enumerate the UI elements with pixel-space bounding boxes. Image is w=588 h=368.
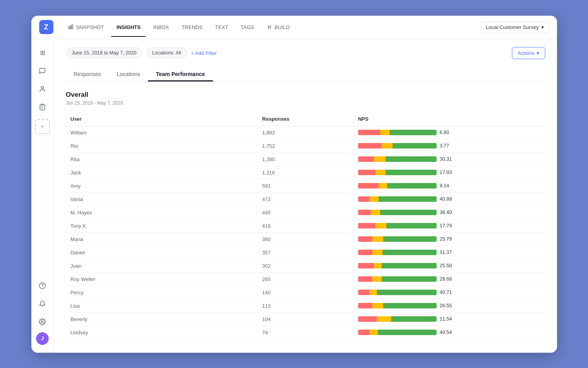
cell-nps: 6.60	[353, 126, 545, 139]
cell-responses: 1,752	[257, 139, 353, 152]
table-row: Roy Welter26528.68	[66, 272, 545, 286]
table-row: Maria38025.79	[66, 232, 545, 246]
team-performance-table: User Responses NPS William1,8926.60Rio1,…	[66, 112, 545, 339]
svg-rect-2	[72, 25, 73, 29]
main-nav: SNAPSHOTINSIGHTSINBOXTRENDSTEXTTAGSBUILD	[63, 21, 481, 33]
cell-nps: 25.79	[353, 232, 545, 246]
nps-value: 25.79	[440, 236, 454, 242]
nps-value: 26.55	[440, 303, 454, 308]
logo-icon[interactable]: Z	[39, 20, 53, 34]
tab-team-performance[interactable]: Team Performance	[148, 67, 213, 81]
table-row: William1,8926.60	[66, 126, 545, 139]
nav-item-text[interactable]: TEXT	[209, 21, 233, 33]
section-subtitle: Jun 15, 2018 - May 7, 2020	[66, 100, 545, 106]
table-row: Beverly10411.54	[66, 312, 545, 326]
sidebar-icon-settings[interactable]	[35, 314, 50, 329]
cell-nps: 40.54	[353, 326, 545, 339]
add-filter-button[interactable]: + Add Filter	[191, 50, 217, 56]
nav-item-build[interactable]: BUILD	[261, 21, 295, 33]
svg-rect-1	[70, 26, 71, 29]
svg-rect-0	[69, 27, 69, 29]
nps-value: 25.50	[440, 263, 454, 268]
survey-name: Local Customer Survey	[486, 24, 539, 30]
nav-item-tags[interactable]: TAGS	[235, 21, 260, 33]
cell-responses: 1,280	[257, 152, 353, 166]
nps-value: 30.31	[440, 156, 454, 162]
table-row: Rio1,7523.77	[66, 139, 545, 152]
cell-responses: 472	[257, 192, 353, 206]
cell-user: Roy Welter	[66, 272, 258, 286]
cell-user: M. Hayes	[66, 206, 258, 219]
sidebar-icon-user[interactable]	[35, 82, 50, 96]
sidebar-icon-help[interactable]	[35, 278, 50, 293]
nps-value: 36.40	[440, 210, 454, 215]
cell-user: Maria	[66, 232, 258, 246]
cell-responses: 416	[257, 219, 353, 232]
col-header-user: User	[66, 112, 258, 126]
cell-user: Lisa	[66, 299, 258, 312]
nps-value: 17.79	[440, 223, 454, 228]
table-row: Daniel35731.37	[66, 246, 545, 259]
svg-point-4	[270, 26, 271, 27]
cell-nps: 9.14	[353, 179, 545, 192]
col-header-responses: Responses	[257, 112, 353, 126]
nps-value: 6.60	[440, 130, 454, 135]
sidebar-icon-chat[interactable]	[35, 63, 50, 78]
date-filter[interactable]: June 15, 2018 to May 7, 2020	[66, 47, 142, 58]
survey-selector[interactable]: Local Customer Survey ▾	[481, 21, 549, 33]
cell-responses: 1,216	[257, 166, 353, 179]
nps-value: 40.71	[440, 290, 454, 295]
cell-user: Lindsey	[66, 326, 258, 339]
nav-item-insights[interactable]: INSIGHTS	[111, 21, 146, 33]
cell-nps: 31.37	[353, 246, 545, 259]
cell-user: Vania	[66, 192, 258, 206]
cell-responses: 265	[257, 272, 353, 286]
cell-responses: 1,892	[257, 126, 353, 139]
cell-responses: 445	[257, 206, 353, 219]
sidebar: ⊞ +	[31, 39, 54, 353]
nav-item-inbox[interactable]: INBOX	[147, 21, 174, 33]
nps-value: 9.14	[440, 183, 454, 189]
table-row: Juan30225.50	[66, 259, 545, 272]
main-layout: ⊞ +	[31, 39, 557, 353]
nav-item-snapshot[interactable]: SNAPSHOT	[63, 21, 110, 33]
cell-responses: 302	[257, 259, 353, 272]
cell-responses: 104	[257, 312, 353, 326]
tab-bar: Responses Locations Team Performance	[66, 67, 545, 82]
sidebar-icon-grid[interactable]: ⊞	[35, 45, 50, 60]
cell-nps: 17.93	[353, 166, 545, 179]
sidebar-icon-bell[interactable]	[35, 296, 50, 311]
cell-nps: 25.50	[353, 259, 545, 272]
sidebar-icon-add[interactable]: +	[35, 119, 50, 134]
filter-bar: June 15, 2018 to May 7, 2020 Locations: …	[66, 47, 545, 59]
tab-locations[interactable]: Locations	[109, 67, 148, 81]
svg-point-6	[270, 27, 271, 28]
table-row: Vania47240.89	[66, 192, 545, 206]
svg-point-3	[268, 26, 269, 27]
table-row: Rita1,28030.31	[66, 152, 545, 166]
cell-nps: 26.55	[353, 299, 545, 312]
nav-item-trends[interactable]: TRENDS	[176, 21, 208, 33]
location-filter[interactable]: Locations: All	[146, 47, 187, 58]
cell-nps: 28.68	[353, 272, 545, 286]
nps-value: 11.54	[440, 316, 454, 322]
chevron-down-icon: ▾	[537, 50, 539, 56]
cell-user: William	[66, 126, 258, 139]
table-row: Lisa11326.55	[66, 299, 545, 312]
cell-user: Beverly	[66, 312, 258, 326]
cell-nps: 3.77	[353, 139, 545, 152]
actions-button[interactable]: Actions ▾	[512, 47, 545, 59]
main-content: June 15, 2018 to May 7, 2020 Locations: …	[54, 39, 557, 353]
cell-nps: 36.40	[353, 206, 545, 219]
nps-value: 31.37	[440, 250, 454, 255]
tab-responses[interactable]: Responses	[66, 67, 109, 81]
chevron-down-icon: ▾	[541, 24, 544, 30]
sidebar-icon-clipboard[interactable]	[35, 100, 50, 114]
table-row: Amy5919.14	[66, 179, 545, 192]
cell-user: Percy	[66, 286, 258, 299]
cell-user: Juan	[66, 259, 258, 272]
cell-nps: 40.89	[353, 192, 545, 206]
table-row: Jack1,21617.93	[66, 166, 545, 179]
table-row: Percy14040.71	[66, 286, 545, 299]
user-avatar[interactable]: J	[36, 332, 49, 345]
